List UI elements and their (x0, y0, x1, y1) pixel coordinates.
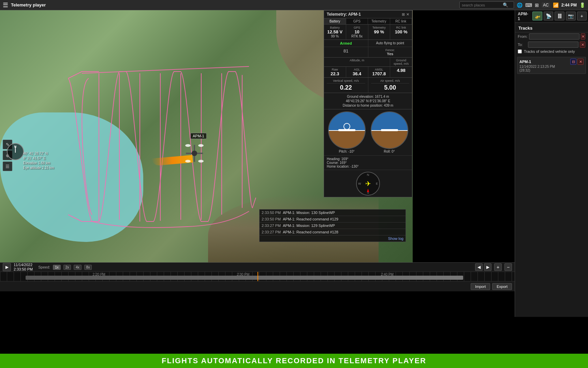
telemetry-panel: Telemetry: APM-1 ⊞ ✕ Battery GPS Telemet… (324, 10, 412, 197)
layers-tool[interactable]: ☰ (3, 162, 12, 171)
search-input[interactable] (462, 3, 503, 7)
add-vehicle-btn[interactable]: + (577, 12, 587, 20)
route-icon-btn[interactable]: 🛤 (555, 12, 564, 20)
timeline-controls: ▶ 11/14/2022 2:33:50 PM Speed: 1x 2x 4x … (0, 263, 515, 272)
tracks-to-row: To: ✕ (515, 41, 588, 49)
timeline: ▶ 11/14/2022 2:33:50 PM Speed: 1x 2x 4x … (0, 262, 515, 281)
telemetry-header: Telemetry: APM-1 ⊞ ✕ (324, 11, 412, 18)
track-item-duration: (28:32) (519, 68, 584, 72)
log-entry-2: 2:33:50 PM APM-1: Reached command #129 (260, 216, 406, 223)
ac-label: AC (542, 2, 550, 8)
to-input[interactable] (528, 42, 578, 48)
tel-gps: GPS 10 RTK fix (346, 25, 368, 40)
telemetry-header-icons: ⊞ ✕ (402, 12, 409, 17)
speed-8x[interactable]: 8x (84, 265, 92, 270)
time-label-1: 2:20 PM (93, 273, 105, 276)
tel-attitude: Pitch: -10° Roll: 0° (324, 109, 412, 155)
coordinates-display: 46° 41' 28.72" N 8° 21' 41.57" E Elevati… (23, 151, 54, 170)
from-clear-btn[interactable]: ✕ (581, 33, 585, 40)
signal-icon-btn[interactable]: 📡 (544, 12, 554, 20)
right-panel: APM-1 🚁 📡 🛤 📷 + Tracks From: ✕ To: ✕ Tra… (515, 10, 588, 317)
tracks-selected-row: Tracks of selected vehicle only (515, 49, 588, 56)
next-btn[interactable]: ▶ (484, 263, 491, 271)
tel-amsl: AMSL 1707.8 (368, 67, 390, 77)
vehicle-label: APM-1 (190, 133, 207, 139)
tab-telemetry[interactable]: Telemetry (368, 18, 390, 24)
search-box[interactable]: 🔍 (459, 1, 514, 9)
from-label: From: (518, 34, 528, 39)
log-entry-3: 2:33:27 PM APM-1: Mission: 129 SplineWP (260, 223, 406, 229)
attitude-horizon: Pitch: -10° (326, 111, 367, 153)
tel-raw: Raw 22.3 (324, 67, 346, 77)
clock: 2:44 PM (561, 3, 577, 7)
track-item-icons: ⊟ ✕ (570, 59, 584, 65)
tel-alt-label: Altitude, m (324, 58, 390, 66)
app-title: Telemetry player (11, 2, 457, 7)
tracks-section: Tracks From: ✕ To: ✕ Tracks of selected … (515, 23, 588, 74)
cam-icon-btn[interactable]: 📷 (566, 12, 576, 20)
tel-info: Ground elevation: 1671.4 m 46°41'29.26" … (324, 93, 412, 109)
tel-mode: Auto flying to point (368, 40, 412, 47)
tel-agl: AGL 36.4 (346, 67, 368, 77)
timeline-nav: ◀ ▶ (475, 263, 491, 271)
grid-icon[interactable]: ⊞ (535, 2, 539, 8)
globe-icon[interactable]: 🌐 (517, 2, 523, 8)
speed-1x[interactable]: 1x (53, 265, 61, 270)
tracks-from-row: From: ✕ (515, 32, 588, 41)
drone-icon-btn[interactable]: 🚁 (532, 12, 542, 20)
yaw-indicator: N E S W ✈ (356, 172, 380, 196)
tel-speed-grid: Vertical speed, m/s 0.22 Air speed, m/s … (324, 78, 412, 93)
speed-label: Speed: (38, 265, 50, 269)
keyboard-icon[interactable]: ⌨ (525, 2, 532, 8)
log-entry-1: 2:33:50 PM APM-1: Mission: 130 SplineWP (260, 210, 406, 216)
tel-heading-info: Heading: 169° Course: 169° Home location… (324, 155, 412, 170)
close-icon[interactable]: ✕ (406, 12, 409, 17)
selected-only-checkbox[interactable] (518, 49, 522, 53)
speed-2x[interactable]: 2x (63, 265, 71, 270)
tel-status-grid: Armed Auto flying to point 81 Fence: Yes (324, 40, 412, 58)
search-icon[interactable]: 🔍 (503, 2, 508, 7)
timeline-cursor[interactable] (258, 272, 258, 281)
zoom-out-btn[interactable]: − (504, 263, 512, 271)
from-input[interactable] (529, 33, 579, 40)
show-log-button[interactable]: Show log (260, 235, 406, 242)
track-delete-btn[interactable]: ✕ (577, 59, 584, 65)
timeline-track[interactable]: 2:20 PM 2:30 PM 2:40 PM (0, 272, 515, 281)
telemetry-tabs: Battery GPS Telemetry RC link (324, 18, 412, 25)
track-hide-btn[interactable]: ⊟ (570, 59, 576, 65)
to-clear-btn[interactable]: ✕ (580, 42, 585, 48)
play-button[interactable]: ▶ (3, 263, 11, 271)
timeline-datetime: 11/14/2022 2:33:50 PM (14, 263, 33, 272)
log-panel: 2:33:50 PM APM-1: Mission: 130 SplineWP … (259, 209, 406, 242)
to-label: To: (518, 43, 527, 47)
menu-icon[interactable]: ☰ (3, 1, 8, 9)
tel-vertical-speed: Vertical speed, m/s 0.22 (324, 78, 368, 93)
tab-rc-link[interactable]: RC link (390, 18, 412, 24)
track-item-header: APM-1 ⊟ ✕ (519, 59, 584, 65)
tab-gps[interactable]: GPS (346, 18, 368, 24)
tel-armed: Armed (324, 40, 368, 47)
zoom-in-btn[interactable]: + (494, 263, 502, 271)
import-button[interactable]: Import (471, 283, 490, 290)
tel-air-speed: Air speed, m/s 5.00 (368, 78, 412, 93)
compass-needle (15, 147, 16, 153)
tel-yaw-panel: N E S W ✈ (324, 170, 412, 197)
telemetry-title: Telemetry: APM-1 (327, 12, 361, 17)
prev-btn[interactable]: ◀ (475, 263, 483, 271)
tel-fence-status: Fence: Yes (368, 47, 412, 57)
track-item-apm1: APM-1 ⊟ ✕ 11/14/2022 2:13:25 PM (28:32) (517, 57, 586, 74)
tel-ground-speed-label: Ground speed, m/s (390, 58, 412, 66)
tel-rc-link: RC link 100 % (390, 25, 412, 40)
vehicle-name: APM-1 (516, 12, 531, 21)
right-panel-header: APM-1 🚁 📡 🛤 📷 + (515, 10, 588, 23)
compass: N (7, 143, 24, 160)
log-entry-4: 2:33:27 PM APM-1: Reached command #128 (260, 229, 406, 235)
export-button[interactable]: Export (492, 283, 512, 290)
signal-icon: 📶 (553, 2, 559, 8)
grid-icon[interactable]: ⊞ (402, 12, 405, 17)
tel-ground-speed-val: 4.98 (390, 67, 412, 77)
speed-4x[interactable]: 4x (74, 265, 82, 270)
tel-altitude-grid: Altitude, m Ground speed, m/s (324, 58, 412, 67)
banner-text: FLIGHTS AUTOMATICALLY RECORDED IN TELEME… (162, 356, 426, 365)
tab-battery[interactable]: Battery (324, 18, 346, 24)
